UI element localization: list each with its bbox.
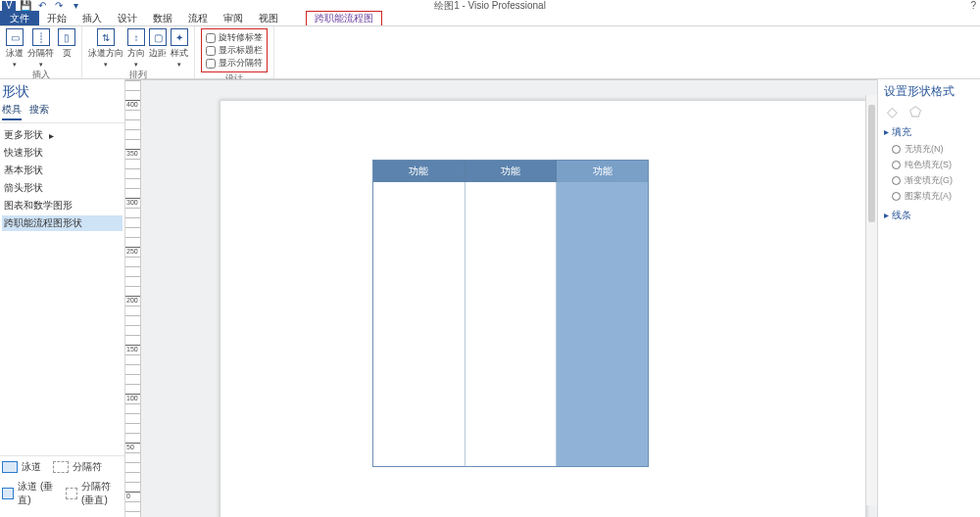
chevron-down-icon: ▾ — [104, 61, 108, 69]
tab-view[interactable]: 视图 — [251, 11, 286, 25]
swimlane-container[interactable]: 功能 功能 功能 — [372, 160, 649, 467]
stencil-swimlane[interactable]: 泳道 — [2, 460, 41, 474]
margins-button[interactable]: ▢ 边距 — [149, 28, 167, 60]
style-icon: ✦ — [171, 28, 188, 46]
chevron-down-icon: ▾ — [39, 61, 43, 69]
swimlane-shape-icon — [2, 461, 18, 473]
separator-icon: ┊ — [32, 28, 50, 46]
swimlane-header-2[interactable]: 功能 — [466, 161, 558, 182]
category-item[interactable]: 箭头形状 — [2, 180, 122, 196]
swimlane-lane-2[interactable] — [466, 182, 558, 466]
qat-undo-icon[interactable]: ↶ — [35, 1, 49, 11]
tab-insert[interactable]: 插入 — [74, 11, 110, 25]
document-title: 绘图1 - Visio Professional — [434, 0, 546, 13]
vertical-scrollbar[interactable] — [865, 95, 877, 505]
shapes-pane-title: 形状 — [0, 79, 124, 101]
category-item[interactable]: 图表和数学图形 — [2, 198, 122, 213]
qat-redo-icon[interactable]: ↷ — [52, 1, 66, 11]
tab-review[interactable]: 审阅 — [216, 11, 251, 25]
chevron-down-icon: ▾ — [177, 61, 181, 69]
separator-shape-icon — [53, 461, 69, 473]
page-icon: ▯ — [58, 28, 75, 46]
arrow-icon: ↕ — [127, 28, 145, 46]
section-fill[interactable]: ▸ 填充 — [884, 125, 974, 139]
format-pane-title: 设置形状格式 — [884, 83, 974, 100]
rotate-labels-check[interactable]: 旋转修标签 — [206, 31, 263, 44]
drawing-surface[interactable]: 功能 功能 功能 — [141, 80, 877, 517]
tab-cross-functional[interactable]: 跨职能流程图 — [306, 11, 382, 25]
stencil-swimlane-vertical[interactable]: 泳道 (垂直) — [2, 480, 54, 507]
help-icon[interactable]: ? — [970, 0, 976, 11]
group-label-insert: 插入 — [6, 69, 75, 81]
direction-icon: ⇅ — [97, 28, 115, 46]
canvas-area: 0501001502002503003504004505005506006507… — [125, 79, 877, 517]
chevron-down-icon: ▾ — [134, 61, 138, 69]
qat-save-icon[interactable]: 💾 — [19, 1, 32, 11]
swimlane-header-3[interactable]: 功能 — [557, 161, 648, 182]
direction-button[interactable]: ↕ 方向 ▾ — [127, 28, 145, 69]
tab-file[interactable]: 文件 — [0, 11, 39, 25]
more-shapes-item[interactable]: 更多形状 ▸ — [2, 127, 122, 143]
swimlane-lane-1[interactable] — [373, 182, 466, 466]
category-item[interactable]: 快速形状 — [2, 145, 122, 161]
app-icon: V — [2, 1, 16, 11]
vertical-ruler: 400350300250200150100500 — [125, 80, 141, 517]
show-titlebar-check[interactable]: 显示标题栏 — [206, 44, 263, 57]
insert-swimlane-button[interactable]: ▭ 泳道 ▾ — [6, 28, 24, 69]
fill-option-gradient[interactable]: 渐变填充(G) — [892, 174, 974, 187]
insert-separator-button[interactable]: ┊ 分隔符 ▾ — [27, 28, 54, 69]
chevron-down-icon: ▾ — [13, 61, 17, 69]
category-item[interactable]: 基本形状 — [2, 163, 122, 178]
separator-v-shape-icon — [66, 488, 77, 499]
shapes-tab-search[interactable]: 搜索 — [29, 103, 49, 120]
fill-line-tab-icon[interactable]: ◇ — [884, 104, 900, 119]
shapes-pane: 形状 模具 搜索 更多形状 ▸ 快速形状 基本形状 箭头形状 图表和数学图形 跨… — [0, 79, 125, 517]
margins-icon: ▢ — [149, 28, 167, 46]
tab-process[interactable]: 流程 — [180, 11, 216, 25]
page: 功能 功能 功能 — [220, 100, 866, 517]
effects-tab-icon[interactable]: ⬠ — [907, 104, 923, 119]
qat-customize-icon[interactable]: ▾ — [69, 1, 82, 11]
swimlane-header-1[interactable]: 功能 — [373, 161, 466, 182]
chevron-right-icon: ▸ — [49, 130, 54, 141]
stencil-separator-vertical[interactable]: 分隔符(垂直) — [66, 480, 122, 507]
swimlane-direction-button[interactable]: ⇅ 泳道方向 ▾ — [88, 28, 123, 69]
swimlane-v-shape-icon — [2, 488, 14, 499]
tab-data[interactable]: 数据 — [145, 11, 180, 25]
style-button[interactable]: ✦ 样式 ▾ — [171, 28, 188, 69]
show-separators-check[interactable]: 显示分隔符 — [206, 57, 263, 70]
section-line[interactable]: ▸ 线条 — [884, 209, 974, 222]
tab-home[interactable]: 开始 — [39, 11, 74, 25]
fill-option-pattern[interactable]: 图案填充(A) — [892, 190, 974, 203]
swimlane-lane-3-selected[interactable] — [557, 182, 648, 466]
shapes-tab-stencil[interactable]: 模具 — [2, 103, 22, 120]
format-shape-pane: 设置形状格式 ◇ ⬠ ▸ 填充 无填充(N) 纯色填充(S) 渐变填充(G) 图… — [877, 79, 980, 517]
tab-design[interactable]: 设计 — [110, 11, 145, 25]
swimlane-icon: ▭ — [6, 28, 24, 46]
fill-option-none[interactable]: 无填充(N) — [892, 143, 974, 156]
fill-option-solid[interactable]: 纯色填充(S) — [892, 159, 974, 171]
category-item-selected[interactable]: 跨职能流程图形状 — [2, 215, 122, 231]
stencil-separator[interactable]: 分隔符 — [53, 460, 102, 474]
insert-page-button[interactable]: ▯ 页 — [58, 28, 75, 60]
